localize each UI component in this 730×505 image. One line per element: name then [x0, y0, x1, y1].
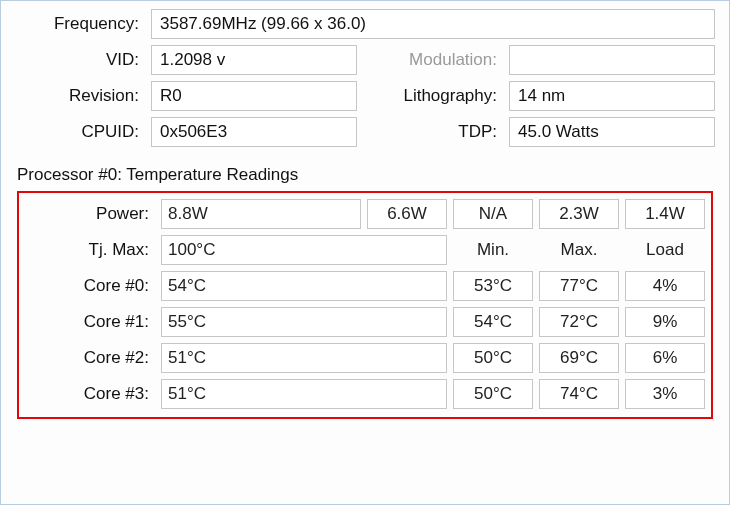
power-label: Power:	[25, 204, 155, 224]
frequency-value: 3587.69MHz (99.66 x 36.0)	[151, 9, 715, 39]
vid-label: VID:	[15, 50, 145, 70]
power-value-1: 6.6W	[367, 199, 447, 229]
tjmax-label: Tj. Max:	[25, 240, 155, 260]
core-3-min: 50°C	[453, 379, 533, 409]
core-1-min: 54°C	[453, 307, 533, 337]
core-1-label: Core #1:	[25, 312, 155, 332]
power-value-3: 2.3W	[539, 199, 619, 229]
core-2-min: 50°C	[453, 343, 533, 373]
cpuid-label: CPUID:	[15, 122, 145, 142]
revision-label: Revision:	[15, 86, 145, 106]
temperature-section-title: Processor #0: Temperature Readings	[17, 165, 715, 185]
vid-value: 1.2098 v	[151, 45, 357, 75]
core-3-current: 51°C	[161, 379, 447, 409]
core-0-max: 77°C	[539, 271, 619, 301]
tjmax-value: 100°C	[161, 235, 447, 265]
power-value-2: N/A	[453, 199, 533, 229]
core-1-load: 9%	[625, 307, 705, 337]
temperature-readings-box: Power: 8.8W 6.6W N/A 2.3W 1.4W Tj. Max: …	[17, 191, 713, 419]
core-3-max: 74°C	[539, 379, 619, 409]
cpuid-value: 0x506E3	[151, 117, 357, 147]
power-value-0: 8.8W	[161, 199, 361, 229]
core-2-max: 69°C	[539, 343, 619, 373]
min-header: Min.	[453, 236, 533, 264]
core-0-min: 53°C	[453, 271, 533, 301]
core-0-current: 54°C	[161, 271, 447, 301]
tdp-label: TDP:	[363, 122, 503, 142]
core-2-label: Core #2:	[25, 348, 155, 368]
lithography-label: Lithography:	[363, 86, 503, 106]
processor-info-grid: Frequency: 3587.69MHz (99.66 x 36.0) VID…	[15, 9, 715, 147]
core-1-max: 72°C	[539, 307, 619, 337]
modulation-label: Modulation:	[363, 50, 503, 70]
core-1-current: 55°C	[161, 307, 447, 337]
core-3-load: 3%	[625, 379, 705, 409]
max-header: Max.	[539, 236, 619, 264]
power-value-4: 1.4W	[625, 199, 705, 229]
core-2-current: 51°C	[161, 343, 447, 373]
load-header: Load	[625, 236, 705, 264]
core-3-label: Core #3:	[25, 384, 155, 404]
frequency-label: Frequency:	[15, 14, 145, 34]
lithography-value: 14 nm	[509, 81, 715, 111]
tdp-value: 45.0 Watts	[509, 117, 715, 147]
revision-value: R0	[151, 81, 357, 111]
core-2-load: 6%	[625, 343, 705, 373]
modulation-value	[509, 45, 715, 75]
core-0-label: Core #0:	[25, 276, 155, 296]
core-0-load: 4%	[625, 271, 705, 301]
